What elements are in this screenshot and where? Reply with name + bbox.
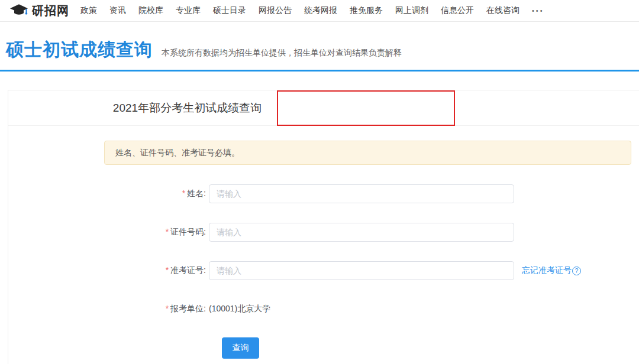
graduation-cap-icon bbox=[9, 4, 28, 18]
form-row-name: *姓名: bbox=[8, 184, 639, 203]
panel-header: 2021年部分考生初试成绩查询 bbox=[8, 90, 639, 126]
nav-item-1[interactable]: 资讯 bbox=[109, 5, 126, 16]
header-divider bbox=[0, 70, 639, 72]
required-asterisk: * bbox=[182, 188, 185, 198]
name-label: *姓名: bbox=[8, 188, 209, 199]
required-fields-notice: 姓名、证件号码、准考证号必填。 bbox=[104, 141, 631, 165]
nav-item-4[interactable]: 硕士目录 bbox=[213, 5, 246, 16]
institution-value: (10001)北京大学 bbox=[209, 304, 270, 314]
forgot-ticket-link[interactable]: 忘记准考证号 ? bbox=[522, 265, 581, 276]
form-row-ticket-number: *准考证号: 忘记准考证号 ? bbox=[8, 261, 639, 280]
nav-item-9[interactable]: 信息公开 bbox=[441, 5, 474, 16]
institution-label: *报考单位: bbox=[8, 304, 209, 314]
logo-text: 研招网 bbox=[32, 3, 69, 19]
nav-item-5[interactable]: 网报公告 bbox=[259, 5, 292, 16]
required-asterisk: * bbox=[166, 304, 169, 313]
nav-more-button[interactable]: ••• bbox=[532, 7, 544, 14]
question-mark-icon: ? bbox=[572, 266, 581, 275]
form-row-id-number: *证件号码: bbox=[8, 223, 639, 242]
query-button[interactable]: 查询 bbox=[222, 337, 259, 359]
name-input[interactable] bbox=[209, 184, 514, 203]
ticket-number-label: *准考证号: bbox=[8, 265, 209, 276]
id-number-input[interactable] bbox=[209, 223, 514, 242]
site-logo[interactable]: 研招网 bbox=[9, 3, 69, 19]
page-subtitle: 本系统所有数据均为招生单位提供，招生单位对查询结果负责解释 bbox=[162, 48, 402, 58]
nav-item-2[interactable]: 院校库 bbox=[138, 5, 163, 16]
score-query-panel: 2021年部分考生初试成绩查询 姓名、证件号码、准考证号必填。 *姓名: *证件… bbox=[8, 90, 639, 364]
nav-item-3[interactable]: 专业库 bbox=[176, 5, 201, 16]
panel-title: 2021年部分考生初试成绩查询 bbox=[8, 90, 366, 126]
nav-item-7[interactable]: 推免服务 bbox=[350, 5, 383, 16]
nav-item-8[interactable]: 网上调剂 bbox=[395, 5, 428, 16]
required-asterisk: * bbox=[166, 265, 169, 275]
panel-body: 姓名、证件号码、准考证号必填。 *姓名: *证件号码: *准考证号: 忘记准考证… bbox=[8, 126, 639, 359]
ticket-number-input[interactable] bbox=[209, 261, 514, 280]
required-asterisk: * bbox=[166, 227, 169, 236]
nav-item-6[interactable]: 统考网报 bbox=[304, 5, 337, 16]
form-row-institution: *报考单位: (10001)北京大学 bbox=[8, 300, 639, 318]
nav-item-10[interactable]: 在线咨询 bbox=[486, 5, 519, 16]
page-title: 硕士初试成绩查询 bbox=[6, 38, 153, 62]
top-navigation: 研招网 政策资讯院校库专业库硕士目录网报公告统考网报推免服务网上调剂信息公开在线… bbox=[0, 0, 639, 22]
button-row: 查询 bbox=[222, 337, 639, 359]
nav-menu: 政策资讯院校库专业库硕士目录网报公告统考网报推免服务网上调剂信息公开在线咨询 bbox=[80, 5, 519, 16]
page-header: 硕士初试成绩查询 本系统所有数据均为招生单位提供，招生单位对查询结果负责解释 bbox=[0, 22, 639, 70]
id-number-label: *证件号码: bbox=[8, 227, 209, 238]
nav-item-0[interactable]: 政策 bbox=[80, 5, 97, 16]
